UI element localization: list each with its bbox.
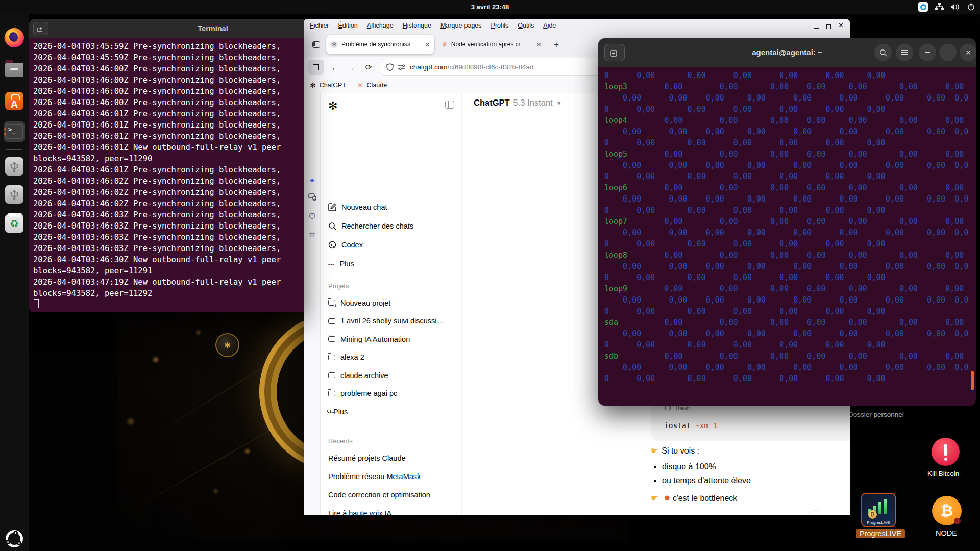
scrollbar-thumb[interactable]: [971, 371, 974, 390]
terminal-right-body[interactable]: 0 0,00 0,00 0,00 0,00 0,00 0,00loop3 0,0…: [598, 67, 976, 406]
project-item[interactable]: 1 avril 26 shelly suivi discussi…: [321, 312, 461, 331]
kill-bitcoin-label[interactable]: Kill Bitcoin: [927, 470, 959, 478]
menu-item[interactable]: Outils: [518, 22, 534, 29]
ai-chatbot-icon[interactable]: ✦: [304, 176, 321, 185]
menu-item[interactable]: Profils: [491, 22, 509, 29]
menu-item[interactable]: Fichier: [310, 22, 329, 29]
recent-chat-item[interactable]: Problème réseau MetaMask: [321, 467, 461, 486]
home-folder-label[interactable]: Dossier personnel: [848, 411, 904, 418]
menu-item[interactable]: Historique: [403, 22, 431, 29]
recent-chat-item[interactable]: Lire à haute voix IA: [321, 504, 461, 515]
log-line: 2026-04-04T03:46:01Z New outbound-full-r…: [33, 142, 300, 153]
bookmarks-star-icon[interactable]: ☆: [304, 230, 321, 239]
network-icon[interactable]: [935, 3, 944, 11]
terminal-icon: >_: [5, 124, 23, 139]
maximize-button[interactable]: [939, 44, 957, 61]
menu-item[interactable]: Aide: [543, 22, 556, 29]
new-tab-button[interactable]: [33, 22, 48, 35]
menu-item[interactable]: Édition: [338, 22, 358, 29]
new-tab-button[interactable]: [604, 44, 625, 61]
tab-probleme-synchronisation[interactable]: ✻ Problème de synchronisa ✕: [326, 35, 434, 54]
chatgpt-logo-icon[interactable]: ✻: [328, 99, 337, 113]
log-line: 2026-04-04T03:46:02Z Pre-synchronizing b…: [33, 198, 300, 209]
dock-ubuntu-software[interactable]: A: [4, 90, 25, 112]
shield-icon[interactable]: [386, 63, 394, 71]
sidebar-item-rechercher[interactable]: Rechercher des chats: [321, 216, 461, 235]
tab-close-icon[interactable]: ✕: [425, 41, 430, 48]
progreslive-label[interactable]: ProgresLIVE: [856, 529, 905, 538]
terminal-titlebar[interactable]: agentai@agentai: ~ ✕: [598, 38, 976, 67]
folder-icon: [328, 355, 335, 360]
app-indicator-icon[interactable]: [918, 2, 928, 12]
boom-icon: ✸: [664, 494, 670, 503]
project-item[interactable]: alexa 2: [321, 348, 461, 367]
dock-files[interactable]: [4, 58, 25, 79]
scroll-to-bottom-button[interactable]: ↓: [807, 510, 823, 515]
new-tab-button[interactable]: +: [550, 38, 563, 52]
folder-icon: [328, 372, 335, 378]
projects-list: Nouveau projet 1 avril 26 shelly suivi d…: [321, 294, 461, 421]
recent-chat-item[interactable]: Code correction et optimisation: [321, 486, 461, 504]
collapse-sidebar-icon[interactable]: [445, 101, 454, 109]
sidebar-toggle-button[interactable]: [308, 60, 324, 75]
claude-favicon: ✳: [442, 40, 448, 48]
trash-icon: ♻: [5, 214, 23, 233]
menu-button[interactable]: [896, 44, 913, 61]
project-item[interactable]: claude archive: [321, 366, 461, 385]
sidebar-item-codex[interactable]: Codex: [321, 235, 461, 254]
volume-icon[interactable]: [951, 3, 960, 11]
history-icon[interactable]: ◷: [304, 211, 321, 220]
node-launcher[interactable]: ₿: [932, 496, 962, 525]
url-text: chatgpt.com/c/69d0890f-cf6c-832b-84ad: [410, 63, 533, 71]
minimize-button[interactable]: [814, 22, 819, 29]
maximize-button[interactable]: [826, 22, 831, 29]
tab-node-verification[interactable]: ✳ Node verification après cr ✕: [437, 35, 546, 54]
menu-item[interactable]: Affichage: [367, 22, 394, 29]
dock-usb-drive-2[interactable]: [4, 184, 25, 205]
model-selector[interactable]: ChatGPT 5.3 Instant ▼: [474, 98, 562, 108]
search-button[interactable]: [874, 44, 892, 61]
project-item[interactable]: probleme agai pc: [321, 385, 461, 403]
terminal-titlebar[interactable]: Terminal: [29, 19, 304, 38]
back-button[interactable]: ←: [327, 60, 342, 75]
dock-show-apps[interactable]: [4, 528, 25, 549]
recent-chat-item[interactable]: Résumé projets Claude: [321, 449, 461, 467]
log-line: blocks=943582, peer=11290: [33, 153, 300, 164]
sidebar-item-nouveau-chat[interactable]: Nouveau chat: [321, 197, 461, 216]
model-label: 5.3 Instant: [513, 98, 553, 108]
clock[interactable]: 3 avril 23:48: [471, 0, 509, 14]
forward-button[interactable]: →: [344, 60, 359, 75]
tab-close-icon[interactable]: ✕: [536, 41, 542, 48]
dock-trash[interactable]: ♻: [4, 213, 25, 234]
power-icon[interactable]: [967, 3, 975, 11]
folder-icon: [328, 318, 335, 324]
reload-button[interactable]: ⟳: [361, 60, 376, 75]
project-item[interactable]: Nouveau projet: [321, 294, 461, 312]
window-title: Terminal: [198, 19, 228, 38]
firefox-view-button[interactable]: [309, 37, 323, 52]
project-item[interactable]: Plus: [321, 403, 461, 421]
terminal-window-bitcoin-log: Terminal 2026-04-04T03:45:59Z Pre-synchr…: [29, 19, 304, 312]
bookmark-claude[interactable]: ✳Claude: [357, 81, 387, 89]
terminal-left-body[interactable]: 2026-04-04T03:45:59Z Pre-synchronizing b…: [29, 38, 304, 312]
close-button[interactable]: ✕: [960, 44, 976, 61]
project-item[interactable]: Mining IA Automation: [321, 330, 461, 348]
bookmark-chatgpt[interactable]: ✻ChatGPT: [310, 81, 346, 89]
status-dot: [954, 518, 961, 524]
dock-terminal[interactable]: >_: [4, 121, 25, 142]
close-button[interactable]: ✕: [838, 21, 844, 30]
synced-tabs-icon[interactable]: [304, 193, 321, 202]
progreslive-launcher[interactable]: ₿ ProgresLIVE: [861, 493, 896, 527]
menu-item[interactable]: Marque-pages: [440, 22, 482, 29]
dock-firefox[interactable]: [4, 27, 25, 48]
minimize-button[interactable]: [919, 44, 936, 61]
log-line: 2026-04-04T03:46:00Z Pre-synchronizing b…: [33, 74, 300, 86]
folder-icon: [328, 391, 335, 396]
sidebar-item-plus[interactable]: Plus: [321, 254, 461, 273]
dock-usb-drive[interactable]: [4, 156, 25, 177]
permissions-icon[interactable]: [398, 64, 405, 70]
node-label[interactable]: NODE: [936, 529, 957, 537]
kill-bitcoin-launcher[interactable]: [932, 438, 960, 466]
system-tray[interactable]: [918, 0, 975, 14]
log-line: 2026-04-04T03:46:00Z Pre-synchronizing b…: [33, 63, 300, 74]
